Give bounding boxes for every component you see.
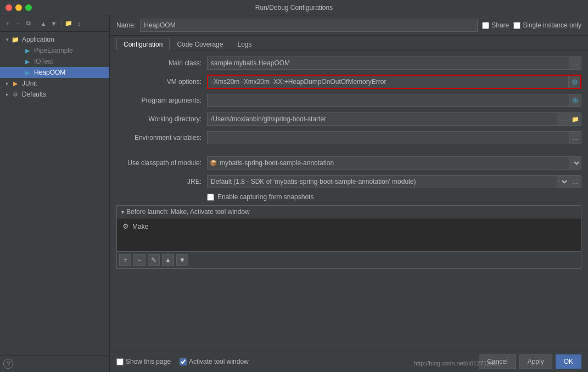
main-container: + − ⧉ ▲ ▼ 📁 ↕ ▾ 📁 Application ▶ PipeExam… bbox=[0, 15, 588, 372]
before-launch-header[interactable]: ▾ Before launch: Make, Activate tool win… bbox=[117, 206, 581, 218]
classpath-label: Use classpath of module: bbox=[116, 159, 207, 167]
bl-item-label: Make bbox=[132, 223, 148, 230]
env-vars-label: Environment variables: bbox=[116, 134, 207, 142]
vm-options-row: VM options: ⊕ bbox=[116, 75, 581, 89]
tree-label: PipeExample bbox=[34, 47, 73, 54]
before-launch-section: ▾ Before launch: Make, Activate tool win… bbox=[116, 205, 581, 269]
before-launch-content: ⚙ Make bbox=[117, 218, 581, 251]
folder-button[interactable]: 📁 bbox=[64, 19, 73, 28]
sort-button[interactable]: ↕ bbox=[75, 19, 83, 28]
main-class-input[interactable] bbox=[207, 57, 569, 70]
activate-tool-row: Activate tool window bbox=[180, 358, 249, 365]
copy-config-button[interactable]: ⧉ bbox=[24, 19, 33, 28]
toolbar-divider-2 bbox=[61, 20, 61, 27]
bl-toolbar: + − ✎ ▲ ▼ bbox=[117, 251, 581, 268]
config-tree: ▾ 📁 Application ▶ PipeExample ▶ IOTest ▶… bbox=[0, 32, 109, 355]
config-panel: Main class: … VM options: ⊕ Program argu… bbox=[110, 50, 588, 351]
apply-button[interactable]: Apply bbox=[519, 354, 552, 369]
activate-tool-label: Activate tool window bbox=[189, 358, 249, 365]
bottom-checkboxes: Show this page Activate tool window bbox=[116, 358, 472, 365]
tree-label: JUnit bbox=[22, 80, 37, 87]
jre-value: Default (1.8 - SDK of 'mybatis-spring-bo… bbox=[211, 178, 557, 185]
window-title: Run/Debug Configurations bbox=[255, 4, 333, 12]
tree-label: HeapOOM bbox=[34, 69, 65, 76]
name-row: Name: Share Single instance only bbox=[110, 15, 588, 36]
activate-tool-checkbox[interactable] bbox=[180, 358, 187, 365]
env-vars-input[interactable] bbox=[207, 131, 569, 144]
show-page-checkbox[interactable] bbox=[116, 358, 124, 365]
close-button[interactable] bbox=[5, 4, 12, 11]
show-page-row: Show this page bbox=[116, 358, 171, 365]
classpath-dropdown[interactable]: ▾ bbox=[569, 156, 581, 170]
share-checkbox[interactable] bbox=[482, 22, 489, 29]
remove-config-button[interactable]: − bbox=[14, 19, 23, 28]
cancel-button[interactable]: Cancel bbox=[479, 354, 516, 369]
jre-browse-button[interactable]: … bbox=[569, 175, 581, 188]
minimize-button[interactable] bbox=[15, 4, 22, 11]
bottom-bar: Show this page Activate tool window Canc… bbox=[110, 351, 588, 372]
tree-item-defaults[interactable]: ▸ ⚙ Defaults bbox=[0, 89, 109, 100]
tab-code-coverage[interactable]: Code Coverage bbox=[170, 38, 230, 50]
separator bbox=[116, 149, 581, 156]
env-vars-buttons: … bbox=[569, 131, 581, 144]
tab-configuration[interactable]: Configuration bbox=[116, 38, 170, 50]
classpath-row: Use classpath of module: 📦 mybatis-sprin… bbox=[116, 156, 581, 170]
bl-down-button[interactable]: ▼ bbox=[176, 254, 188, 266]
snapshots-row: Enable capturing form snapshots bbox=[116, 193, 581, 201]
name-label: Name: bbox=[116, 21, 136, 29]
program-args-input[interactable] bbox=[207, 94, 569, 107]
working-dir-input[interactable] bbox=[207, 112, 557, 126]
tree-item-pipeexample[interactable]: ▶ PipeExample bbox=[0, 45, 109, 56]
tabs-bar: Configuration Code Coverage Logs bbox=[110, 36, 588, 50]
sidebar-toolbar: + − ⧉ ▲ ▼ 📁 ↕ bbox=[0, 15, 109, 32]
bl-edit-button[interactable]: ✎ bbox=[148, 254, 160, 266]
move-down-button[interactable]: ▼ bbox=[49, 19, 58, 28]
vm-options-label: VM options: bbox=[116, 78, 207, 86]
help-button[interactable]: ? bbox=[3, 359, 13, 369]
name-input[interactable] bbox=[140, 19, 478, 32]
sidebar: + − ⧉ ▲ ▼ 📁 ↕ ▾ 📁 Application ▶ PipeExam… bbox=[0, 15, 110, 372]
working-dir-browse-button[interactable]: … bbox=[557, 112, 569, 126]
jre-label: JRE: bbox=[116, 178, 207, 185]
bl-up-button[interactable]: ▲ bbox=[162, 254, 174, 266]
program-args-buttons: ⊕ bbox=[569, 94, 581, 107]
main-class-browse-button[interactable]: … bbox=[569, 57, 581, 70]
vm-expand-button[interactable]: ⊕ bbox=[568, 76, 580, 88]
bl-add-button[interactable]: + bbox=[119, 254, 131, 266]
tree-item-junit[interactable]: ▸ ▶ JUnit bbox=[0, 78, 109, 89]
working-dir-label: Working directory: bbox=[116, 115, 207, 123]
working-dir-row: Working directory: … 📁 bbox=[116, 112, 581, 126]
bottom-actions: Cancel Apply OK bbox=[479, 354, 581, 369]
show-page-label: Show this page bbox=[126, 358, 171, 365]
tree-item-iotest[interactable]: ▶ IOTest bbox=[0, 56, 109, 67]
vm-options-input[interactable] bbox=[208, 76, 568, 88]
toolbar-divider bbox=[36, 20, 36, 27]
env-vars-row: Environment variables: … bbox=[116, 131, 581, 145]
tree-item-heapoom[interactable]: ▶ HeapOOM bbox=[0, 67, 109, 78]
leaf-spacer bbox=[15, 69, 23, 76]
maximize-button[interactable] bbox=[25, 4, 32, 11]
snapshots-checkbox[interactable] bbox=[207, 194, 214, 201]
tree-label: Defaults bbox=[22, 91, 46, 98]
bl-remove-button[interactable]: − bbox=[133, 254, 145, 266]
make-icon: ⚙ bbox=[122, 222, 129, 230]
share-checkbox-row: Share bbox=[482, 21, 509, 29]
main-class-label: Main class: bbox=[116, 59, 207, 67]
tree-label: IOTest bbox=[34, 58, 53, 65]
name-options: Share Single instance only bbox=[482, 21, 581, 29]
ok-button[interactable]: OK bbox=[556, 354, 581, 369]
program-args-expand-button[interactable]: ⊕ bbox=[569, 94, 581, 107]
titlebar: Run/Debug Configurations bbox=[0, 0, 588, 15]
snapshots-label: Enable capturing form snapshots bbox=[217, 193, 313, 201]
move-up-button[interactable]: ▲ bbox=[39, 19, 48, 28]
jre-row: JRE: Default (1.8 - SDK of 'mybatis-spri… bbox=[116, 174, 581, 189]
add-config-button[interactable]: + bbox=[3, 19, 12, 28]
single-instance-label: Single instance only bbox=[523, 21, 581, 29]
jre-dropdown[interactable]: ▾ bbox=[557, 175, 569, 188]
tab-logs[interactable]: Logs bbox=[230, 38, 259, 50]
env-vars-browse-button[interactable]: … bbox=[569, 131, 581, 144]
single-instance-checkbox[interactable] bbox=[513, 22, 520, 29]
module-folder-icon: 📦 bbox=[210, 160, 217, 167]
tree-item-application[interactable]: ▾ 📁 Application bbox=[0, 34, 109, 45]
working-dir-folder-button[interactable]: 📁 bbox=[569, 112, 581, 126]
